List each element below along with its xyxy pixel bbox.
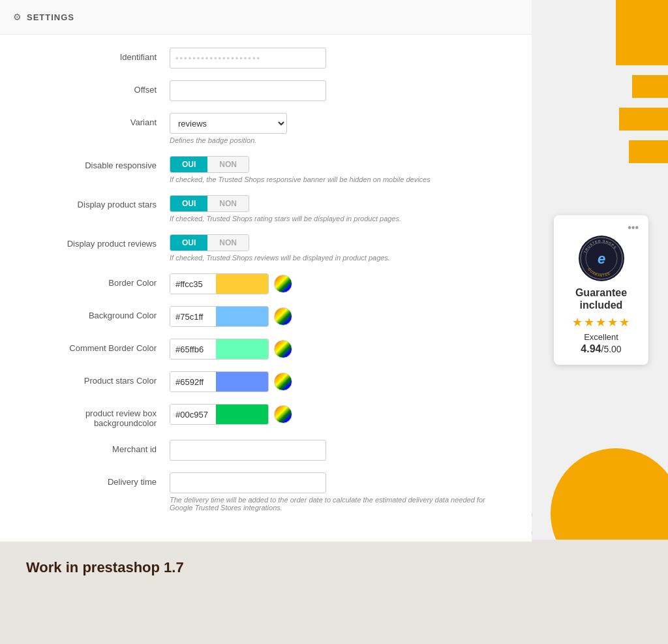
- bg-orange-bar3: [619, 108, 668, 130]
- disable-responsive-row: Disable responsive OUI NON If checked, t…: [26, 156, 506, 183]
- trusted-logo: e TRUSTED SHOPS GUARANTEE: [579, 236, 624, 281]
- background-color-group: #75c1ff: [170, 306, 506, 327]
- border-color-box: #ffcc35: [170, 273, 269, 294]
- display-product-stars-toggle: OUI NON: [170, 195, 249, 212]
- product-stars-color-row: Product stars Color #6592ff: [26, 371, 506, 392]
- variant-row: Variant reviews default custom Defines t…: [26, 113, 506, 144]
- offset-label: Offset: [26, 80, 170, 95]
- comment-border-color-picker[interactable]: [274, 340, 292, 358]
- settings-icon: ⚙: [13, 12, 22, 22]
- border-color-label: Border Color: [26, 273, 170, 288]
- delivery-time-hint: The delivery time will be added to the o…: [170, 496, 506, 512]
- variant-control: reviews default custom Defines the badge…: [170, 113, 506, 144]
- display-product-reviews-row: Display product reviews OUI NON If check…: [26, 234, 506, 262]
- background-color-swatch: [216, 307, 268, 326]
- product-stars-color-label: Product stars Color: [26, 371, 170, 386]
- widget-rating: 4.94/5.00: [564, 343, 639, 355]
- settings-form: Identifiant Offset 0 Variant reviews def…: [0, 35, 532, 540]
- disable-responsive-hint: If checked, the Trusted Shops responsive…: [170, 176, 506, 183]
- product-review-bg-label: product review box backgroundcolor: [26, 404, 170, 428]
- product-review-bg-row: product review box backgroundcolor #00c9…: [26, 404, 506, 428]
- disable-responsive-control: OUI NON If checked, the Trusted Shops re…: [170, 156, 506, 183]
- settings-panel: ⚙ SETTINGS Identifiant Offset 0 Variant …: [0, 0, 532, 542]
- widget-guarantee-text: Guarantee included: [564, 286, 639, 311]
- offset-input[interactable]: 0: [170, 80, 326, 101]
- background-color-text: #75c1ff: [170, 307, 216, 326]
- background-color-box: #75c1ff: [170, 306, 269, 327]
- product-review-bg-control: #00c957: [170, 404, 506, 425]
- merchant-id-input[interactable]: ' ': [170, 440, 326, 461]
- display-product-reviews-oui[interactable]: OUI: [170, 235, 207, 251]
- product-review-bg-text: #00c957: [170, 405, 216, 424]
- comment-border-color-box: #65ffb6: [170, 339, 269, 360]
- background-color-label: Background Color: [26, 306, 170, 320]
- widget-stars: ★★★★★: [564, 315, 639, 330]
- background-color-picker[interactable]: [274, 307, 292, 326]
- identifiant-control: [170, 48, 506, 69]
- product-review-bg-box: #00c957: [170, 404, 269, 425]
- background-color-row: Background Color #75c1ff: [26, 306, 506, 327]
- bg-orange-bar2: [632, 75, 668, 98]
- comment-border-color-row: Comment Border Color #65ffb6: [26, 339, 506, 360]
- comment-border-color-text: #65ffb6: [170, 339, 216, 359]
- display-product-reviews-label: Display product reviews: [26, 234, 170, 249]
- product-stars-color-text: #6592ff: [170, 372, 216, 391]
- identifiant-row: Identifiant: [26, 48, 506, 69]
- footer-section: Work in prestashop 1.7: [0, 540, 668, 644]
- variant-hint: Defines the badge position.: [170, 136, 506, 144]
- border-color-text: #ffcc35: [170, 274, 216, 294]
- product-stars-color-picker[interactable]: [274, 373, 292, 391]
- settings-title: SETTINGS: [27, 12, 74, 22]
- display-product-stars-row: Display product stars OUI NON If checked…: [26, 195, 506, 222]
- product-stars-color-group: #6592ff: [170, 371, 506, 392]
- identifiant-label: Identifiant: [26, 48, 170, 62]
- variant-select[interactable]: reviews default custom: [170, 113, 287, 134]
- delivery-time-input[interactable]: 23: [170, 472, 326, 493]
- widget-excellent: Excellent: [564, 332, 639, 342]
- disable-responsive-oui[interactable]: OUI: [170, 157, 207, 172]
- product-review-bg-swatch: [216, 405, 268, 424]
- display-product-reviews-hint: If checked, Trusted Shops reviews will b…: [170, 254, 506, 262]
- footer-title: Work in prestashop 1.7: [26, 559, 184, 576]
- delivery-time-control: 23 The delivery time will be added to th…: [170, 472, 506, 512]
- display-product-stars-label: Display product stars: [26, 195, 170, 209]
- border-color-control: #ffcc35: [170, 273, 506, 294]
- variant-label: Variant: [26, 113, 170, 127]
- bg-orange-top: [616, 0, 668, 65]
- display-product-stars-hint: If checked, Trusted Shops rating stars w…: [170, 215, 506, 222]
- border-color-swatch: [216, 274, 268, 294]
- display-product-reviews-non[interactable]: NON: [207, 235, 249, 251]
- background-color-control: #75c1ff: [170, 306, 506, 327]
- comment-border-color-control: #65ffb6: [170, 339, 506, 360]
- display-product-reviews-toggle: OUI NON: [170, 234, 249, 251]
- delivery-time-row: Delivery time 23 The delivery time will …: [26, 472, 506, 512]
- display-product-reviews-control: OUI NON If checked, Trusted Shops review…: [170, 234, 506, 262]
- display-product-stars-control: OUI NON If checked, Trusted Shops rating…: [170, 195, 506, 222]
- trusted-logo-circle: e TRUSTED SHOPS GUARANTEE: [579, 236, 624, 281]
- offset-row: Offset 0: [26, 80, 506, 101]
- display-product-stars-oui[interactable]: OUI: [170, 196, 207, 211]
- identifiant-input[interactable]: [170, 48, 326, 69]
- disable-responsive-non[interactable]: NON: [207, 157, 249, 172]
- comment-border-color-swatch: [216, 339, 268, 359]
- border-color-row: Border Color #ffcc35: [26, 273, 506, 294]
- merchant-id-control: ' ': [170, 440, 506, 461]
- product-review-bg-picker[interactable]: [274, 405, 292, 423]
- svg-text:e: e: [597, 251, 605, 267]
- delivery-time-label: Delivery time: [26, 472, 170, 487]
- disable-responsive-toggle: OUI NON: [170, 156, 249, 173]
- disable-responsive-label: Disable responsive: [26, 156, 170, 170]
- widget-rating-max: /5.00: [601, 344, 622, 354]
- comment-border-color-group: #65ffb6: [170, 339, 506, 360]
- widget-menu-dots[interactable]: •••: [564, 225, 639, 230]
- settings-header: ⚙ SETTINGS: [0, 0, 532, 35]
- display-product-stars-non[interactable]: NON: [207, 196, 249, 211]
- merchant-id-label: Merchant id: [26, 440, 170, 454]
- border-color-picker[interactable]: [274, 275, 292, 293]
- product-stars-color-swatch: [216, 372, 268, 391]
- widget-rating-value: 4.94: [581, 343, 601, 354]
- product-stars-color-box: #6592ff: [170, 371, 269, 392]
- border-color-group: #ffcc35: [170, 273, 506, 294]
- product-review-bg-group: #00c957: [170, 404, 506, 425]
- offset-control: 0: [170, 80, 506, 101]
